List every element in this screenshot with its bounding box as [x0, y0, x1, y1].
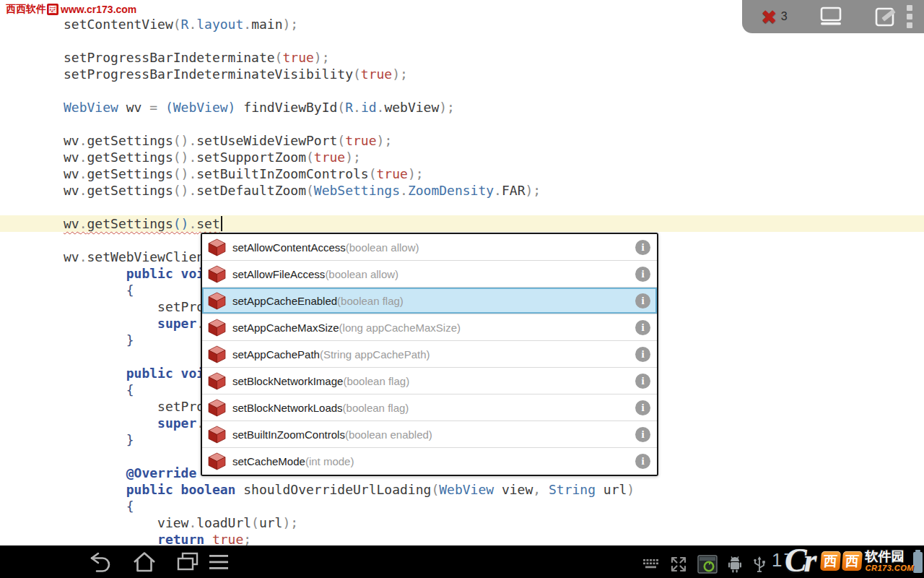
method-name: setAppCacheMaxSize	[232, 322, 339, 334]
status-tray	[642, 555, 767, 574]
navigation-bar: 17 Cr 西 西 软件园 CR173.COM	[0, 545, 924, 578]
method-name: setAllowFileAccess	[232, 268, 325, 280]
autocomplete-popup: setAllowContentAccess(boolean allow) i s…	[201, 233, 658, 476]
back-button[interactable]	[87, 551, 116, 573]
code-line[interactable]: setProgressBarIndeterminate(true);	[0, 49, 924, 66]
errors-button[interactable]: ✖ 3	[761, 7, 788, 27]
method-cube-icon	[208, 372, 226, 390]
method-params: (boolean allow)	[325, 268, 398, 280]
method-cube-icon	[208, 345, 226, 363]
info-icon[interactable]: i	[635, 347, 650, 362]
method-cube-icon	[208, 319, 226, 337]
info-icon[interactable]: i	[635, 240, 650, 255]
info-icon[interactable]: i	[635, 454, 650, 469]
method-name: setBlockNetworkLoads	[232, 402, 343, 414]
code-line[interactable]: setProgressBarIndeterminateVisibility(tr…	[0, 66, 924, 82]
code-line[interactable]: wv.getSettings().setBuiltInZoomControls(…	[0, 165, 924, 182]
cr-logo-text: Cr	[785, 545, 814, 577]
watermark-badge: 西西软件	[6, 3, 46, 16]
autocomplete-item[interactable]: setBlockNetworkLoads(boolean flag) i	[202, 394, 657, 421]
fullscreen-icon	[670, 556, 687, 573]
editor-toolbar: ✖ 3	[742, 0, 924, 33]
info-icon[interactable]: i	[635, 374, 650, 389]
menu-icon	[209, 554, 229, 570]
code-line[interactable]	[0, 199, 924, 215]
code-line[interactable]: view.loadUrl(url);	[0, 514, 924, 531]
method-cube-icon	[208, 399, 226, 417]
text-caret	[221, 216, 222, 231]
method-name: setBuiltInZoomControls	[232, 428, 345, 441]
method-name: setAllowContentAccess	[232, 241, 346, 254]
back-icon	[89, 551, 113, 573]
code-line[interactable]: WebView wv = (WebView) findViewById(R.id…	[0, 99, 924, 116]
overflow-menu-button[interactable]	[907, 5, 912, 28]
info-icon[interactable]: i	[635, 293, 650, 309]
method-cube-icon	[208, 238, 226, 256]
code-line[interactable]: wv.getSettings().setDefaultZoom(WebSetti…	[0, 182, 924, 199]
method-cube-icon	[208, 265, 226, 283]
info-icon[interactable]: i	[635, 320, 650, 335]
autocomplete-item[interactable]: setAllowContentAccess(boolean allow) i	[202, 234, 657, 261]
app-sync-icon	[697, 555, 718, 574]
watermark-text: 西西软件 园 www.cr173.com	[6, 3, 136, 16]
overflow-menu-icon	[907, 5, 912, 11]
method-params: (boolean allow)	[346, 241, 419, 254]
edit-button[interactable]	[874, 6, 897, 27]
xi-tile-2: 西	[842, 551, 863, 571]
autocomplete-item[interactable]: setCacheMode(int mode) i	[202, 448, 657, 475]
device-screen-icon	[818, 7, 844, 27]
method-cube-icon	[208, 426, 226, 444]
autocomplete-item[interactable]: setAllowFileAccess(boolean allow) i	[202, 261, 657, 288]
method-name: setAppCacheEnabled	[232, 295, 337, 307]
edit-file-icon	[874, 6, 897, 27]
method-params: (boolean enabled)	[345, 428, 432, 441]
xi-tile-1: 西	[820, 551, 841, 571]
home-button[interactable]	[130, 551, 159, 573]
watermark-url: www.cr173.com	[61, 4, 136, 15]
code-line[interactable]: public boolean shouldOverrideUrlLoading(…	[0, 481, 924, 498]
error-count: 3	[781, 10, 788, 23]
method-params: (long appCacheMaxSize)	[339, 322, 461, 334]
code-line[interactable]: wv.getSettings().set	[0, 215, 924, 232]
method-cube-icon	[208, 292, 226, 310]
method-params: (boolean flag)	[343, 402, 409, 414]
recents-icon	[176, 552, 199, 572]
battery-icon	[913, 552, 923, 573]
code-line[interactable]: wv.getSettings().setUseWideViewPort(true…	[0, 132, 924, 149]
method-params: (int mode)	[305, 455, 354, 467]
autocomplete-item[interactable]: setAppCachePath(String appCachePath) i	[202, 341, 657, 368]
method-name: setCacheMode	[232, 455, 305, 467]
usb-icon	[752, 555, 767, 574]
keyboard-icon	[642, 558, 660, 570]
home-icon	[133, 551, 156, 573]
autocomplete-item[interactable]: setAppCacheMaxSize(long appCacheMaxSize)…	[202, 314, 657, 341]
site-url: CR173.COM	[866, 564, 914, 572]
legacy-menu-button[interactable]	[204, 551, 233, 573]
code-line[interactable]: {	[0, 498, 924, 514]
info-icon[interactable]: i	[635, 267, 650, 282]
autocomplete-item[interactable]: setBuiltInZoomControls(boolean enabled) …	[202, 421, 657, 448]
code-line[interactable]	[0, 116, 924, 132]
watermark-logo: Cr 西 西 软件园 CR173.COM	[785, 545, 914, 577]
android-screen: setContentView(R.layout.main);setProgres…	[0, 0, 924, 578]
error-x-icon: ✖	[761, 7, 777, 27]
code-line[interactable]	[0, 82, 924, 99]
info-icon[interactable]: i	[635, 400, 650, 415]
autocomplete-item[interactable]: setBlockNetworkImage(boolean flag) i	[202, 368, 657, 394]
code-line[interactable]	[0, 33, 924, 49]
info-icon[interactable]: i	[635, 427, 650, 442]
method-name: setBlockNetworkImage	[232, 375, 343, 387]
recents-button[interactable]	[173, 551, 202, 573]
site-name: 软件园	[866, 550, 914, 563]
android-robot-icon	[728, 556, 742, 573]
watermark-badge-box: 园	[47, 4, 58, 15]
method-params: (String appCachePath)	[320, 348, 430, 361]
method-cube-icon	[208, 452, 226, 470]
method-params: (boolean flag)	[343, 375, 409, 387]
autocomplete-item[interactable]: setAppCacheEnabled(boolean flag) i	[202, 288, 657, 314]
run-device-button[interactable]	[818, 7, 844, 27]
method-params: (boolean flag)	[337, 295, 404, 307]
code-line[interactable]: wv.getSettings().setSupportZoom(true);	[0, 149, 924, 165]
method-name: setAppCachePath	[232, 348, 320, 361]
